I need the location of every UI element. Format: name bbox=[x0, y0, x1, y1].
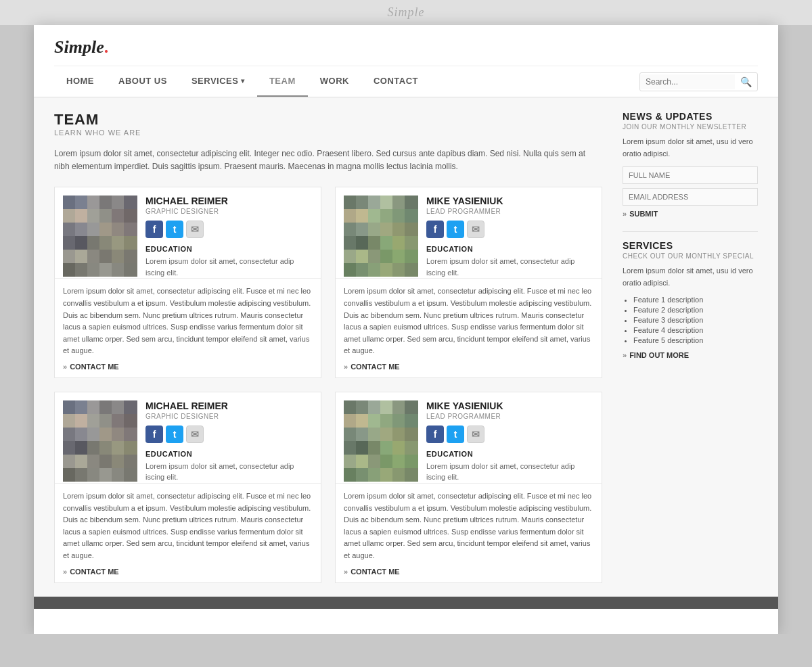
email-input[interactable] bbox=[623, 188, 758, 206]
svg-rect-34 bbox=[99, 263, 112, 277]
nav-about[interactable]: ABOUT US bbox=[106, 66, 179, 97]
team-photo-1 bbox=[63, 196, 137, 277]
svg-rect-83 bbox=[87, 414, 99, 428]
twitter-icon-4[interactable]: t bbox=[447, 426, 464, 443]
svg-rect-85 bbox=[112, 414, 124, 428]
svg-rect-3 bbox=[87, 196, 99, 209]
list-item: Feature 1 description bbox=[633, 296, 758, 304]
svg-rect-50 bbox=[344, 223, 356, 236]
svg-rect-47 bbox=[380, 209, 392, 223]
svg-rect-10 bbox=[99, 209, 112, 223]
svg-rect-21 bbox=[87, 236, 99, 250]
facebook-icon-1[interactable]: f bbox=[145, 221, 163, 238]
svg-rect-123 bbox=[405, 414, 418, 428]
team-card-top-4: MIKE YASIENIUK LEAD PROGRAMMER f t ✉ EDU… bbox=[336, 392, 602, 483]
svg-rect-66 bbox=[392, 250, 405, 263]
svg-rect-132 bbox=[368, 441, 380, 455]
list-item: Feature 3 description bbox=[633, 316, 758, 324]
svg-rect-117 bbox=[405, 400, 418, 414]
find-out-more-button[interactable]: FIND OUT MORE bbox=[623, 351, 689, 359]
email-icon-4[interactable]: ✉ bbox=[467, 426, 484, 443]
social-icons-3: f t ✉ bbox=[145, 426, 313, 443]
submit-button[interactable]: SUBMIT bbox=[623, 210, 658, 218]
team-card-2: MIKE YASIENIUK LEAD PROGRAMMER f t ✉ EDU… bbox=[335, 187, 602, 378]
contact-link-3[interactable]: CONTACT ME bbox=[63, 568, 313, 576]
contact-link-2[interactable]: CONTACT ME bbox=[344, 363, 593, 371]
svg-rect-105 bbox=[63, 468, 75, 482]
svg-rect-67 bbox=[405, 250, 418, 263]
svg-rect-57 bbox=[356, 236, 368, 250]
svg-rect-71 bbox=[380, 263, 392, 277]
svg-rect-115 bbox=[380, 400, 392, 414]
team-card-top-2: MIKE YASIENIUK LEAD PROGRAMMER f t ✉ EDU… bbox=[336, 187, 602, 278]
search-button[interactable]: 🔍 bbox=[735, 74, 757, 90]
browser-title-bar: Simple bbox=[0, 0, 812, 25]
search-input[interactable] bbox=[640, 74, 735, 89]
site-logo: Simple. bbox=[54, 37, 108, 58]
contact-link-4[interactable]: CONTACT ME bbox=[344, 568, 593, 576]
svg-rect-36 bbox=[124, 263, 137, 277]
nav-team[interactable]: TEAM bbox=[257, 66, 308, 97]
svg-rect-8 bbox=[75, 209, 87, 223]
svg-rect-81 bbox=[63, 414, 75, 428]
main-nav: HOME ABOUT US SERVICES ▾ TEAM WORK CONTA… bbox=[54, 66, 758, 97]
email-icon-1[interactable]: ✉ bbox=[186, 221, 204, 238]
team-info-3: MICHAEL REIMER GRAPHIC DESIGNER f t ✉ ED… bbox=[145, 400, 313, 483]
svg-rect-87 bbox=[63, 428, 75, 441]
svg-rect-46 bbox=[368, 209, 380, 223]
svg-rect-45 bbox=[356, 209, 368, 223]
facebook-icon-4[interactable]: f bbox=[426, 426, 444, 443]
svg-rect-84 bbox=[99, 414, 112, 428]
twitter-icon-2[interactable]: t bbox=[447, 221, 464, 238]
svg-rect-146 bbox=[392, 468, 405, 482]
svg-rect-121 bbox=[380, 414, 392, 428]
twitter-icon-1[interactable]: t bbox=[166, 221, 183, 238]
svg-rect-118 bbox=[344, 414, 356, 428]
svg-rect-29 bbox=[112, 250, 124, 263]
contact-link-1[interactable]: CONTACT ME bbox=[63, 363, 313, 371]
svg-rect-130 bbox=[344, 441, 356, 455]
team-card-body-2: Lorem ipsum dolor sit amet, consectetur … bbox=[336, 278, 602, 377]
site-header: Simple. HOME ABOUT US SERVICES ▾ TEAM WO… bbox=[34, 25, 778, 97]
sidebar-services-title: SERVICES bbox=[623, 240, 758, 251]
svg-rect-125 bbox=[356, 428, 368, 441]
facebook-icon-2[interactable]: f bbox=[426, 221, 444, 238]
svg-rect-72 bbox=[392, 263, 405, 277]
twitter-icon-3[interactable]: t bbox=[166, 426, 183, 443]
svg-rect-120 bbox=[368, 414, 380, 428]
svg-rect-40 bbox=[368, 196, 380, 209]
nav-home[interactable]: HOME bbox=[54, 66, 106, 97]
svg-rect-86 bbox=[124, 414, 137, 428]
team-role-3: GRAPHIC DESIGNER bbox=[145, 413, 313, 420]
svg-rect-68 bbox=[344, 263, 356, 277]
svg-rect-77 bbox=[87, 400, 99, 414]
svg-rect-22 bbox=[99, 236, 112, 250]
sidebar-news-section: NEWS & UPDATES JOIN OUR MONTHLY NEWSLETT… bbox=[623, 111, 758, 218]
svg-rect-62 bbox=[344, 250, 356, 263]
edu-text-4: Lorem ipsum dolor sit amet, consectetur … bbox=[426, 461, 593, 483]
svg-rect-143 bbox=[356, 468, 368, 482]
nav-services[interactable]: SERVICES ▾ bbox=[179, 66, 257, 97]
svg-rect-63 bbox=[356, 250, 368, 263]
svg-rect-11 bbox=[112, 209, 124, 223]
email-icon-3[interactable]: ✉ bbox=[186, 426, 204, 443]
svg-rect-93 bbox=[63, 441, 75, 455]
svg-rect-99 bbox=[63, 455, 75, 468]
team-desc-4: Lorem ipsum dolor sit amet, consectetur … bbox=[344, 490, 593, 562]
svg-rect-136 bbox=[344, 455, 356, 468]
fullname-input[interactable] bbox=[623, 166, 758, 184]
team-info-1: MICHAEL REIMER GRAPHIC DESIGNER f t ✉ ED… bbox=[145, 196, 313, 278]
svg-rect-42 bbox=[392, 196, 405, 209]
facebook-icon-3[interactable]: f bbox=[145, 426, 163, 443]
team-desc-1: Lorem ipsum dolor sit amet, consectetur … bbox=[63, 285, 313, 357]
page-intro: Lorem ipsum dolor sit amet, consectetur … bbox=[54, 147, 602, 173]
nav-contact[interactable]: CONTACT bbox=[361, 66, 430, 97]
svg-rect-14 bbox=[75, 223, 87, 236]
nav-work[interactable]: WORK bbox=[308, 66, 361, 97]
svg-rect-147 bbox=[405, 468, 418, 482]
svg-rect-82 bbox=[75, 414, 87, 428]
email-icon-2[interactable]: ✉ bbox=[467, 221, 484, 238]
team-name-4: MIKE YASIENIUK bbox=[426, 400, 593, 411]
svg-rect-69 bbox=[356, 263, 368, 277]
svg-rect-142 bbox=[344, 468, 356, 482]
